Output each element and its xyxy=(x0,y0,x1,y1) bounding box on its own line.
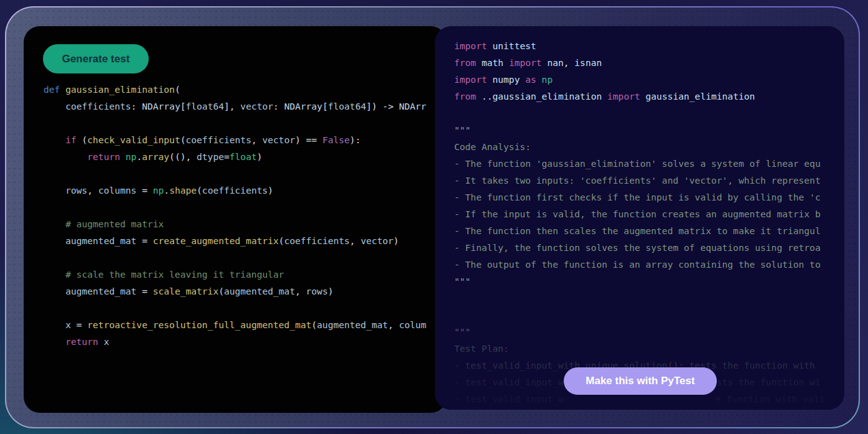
generate-test-button[interactable]: Generate test xyxy=(43,44,149,73)
make-pytest-button[interactable]: Make this with PyTest xyxy=(564,367,717,395)
source-code-panel: Generate test def gaussian_elimination( … xyxy=(24,26,447,413)
generated-test-panel: import unittestfrom math import nan, isn… xyxy=(435,26,844,410)
source-code: def gaussian_elimination( coefficients: … xyxy=(44,81,426,350)
generated-test-code: import unittestfrom math import nan, isn… xyxy=(454,37,824,410)
app-frame: Generate test def gaussian_elimination( … xyxy=(6,7,859,427)
page-background: { "buttons": { "generate_test": "Generat… xyxy=(0,0,868,434)
app-frame-border: Generate test def gaussian_elimination( … xyxy=(5,6,860,428)
